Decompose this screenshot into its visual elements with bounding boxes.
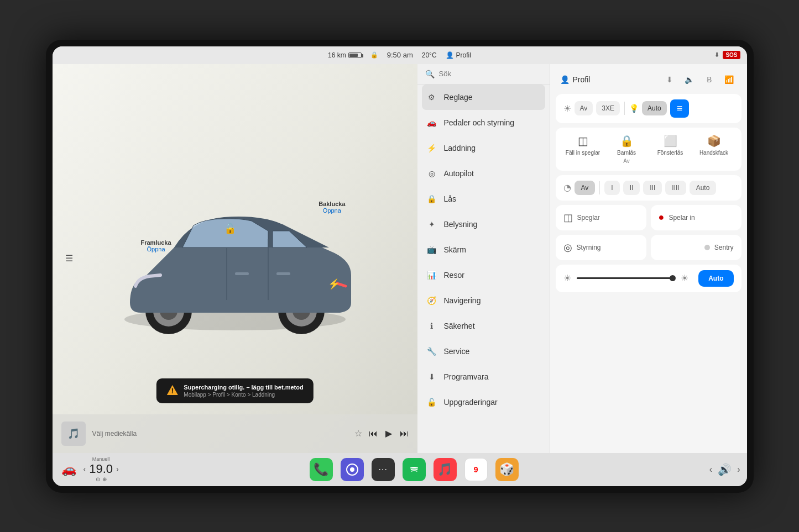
download-status-icon: ⬇ <box>662 72 677 87</box>
dots-app-icon[interactable]: ··· <box>372 458 395 481</box>
sos-button[interactable]: SOS <box>723 51 740 59</box>
uppgraderingar-icon: 🔓 <box>426 397 437 408</box>
lock-icon: 🔒 <box>370 51 378 59</box>
light-controls-row: ☀ Av 3XE 💡 Auto ≡ <box>556 94 741 123</box>
volume-icon[interactable]: 🔊 <box>718 463 732 476</box>
framlucka-action[interactable]: Öppna <box>141 246 171 252</box>
steering-icon: ◎ <box>563 241 572 254</box>
light-3xe-button[interactable]: 3XE <box>596 101 620 115</box>
menu-item-resor[interactable]: 📊 Resor <box>417 262 550 288</box>
taskbar: 🚗 Manuell ‹ 19.0 › ⊙ ⊕ 📞 <box>53 453 747 486</box>
favorite-icon[interactable]: ☆ <box>354 428 362 439</box>
menu-item-navigering[interactable]: 🧭 Navigering <box>417 288 550 313</box>
menu-item-sakerhet[interactable]: ℹ Säkerhet <box>417 313 550 339</box>
wiper-speed-4[interactable]: IIII <box>665 181 686 195</box>
svg-text:!: ! <box>171 387 173 395</box>
wiper-speed-2[interactable]: II <box>623 181 640 195</box>
wiper-auto-button[interactable]: Auto <box>690 181 717 195</box>
brightness-low-icon: ☀ <box>563 273 571 283</box>
signal-icon: 📶 <box>722 72 737 87</box>
calendar-app-icon[interactable]: 9 <box>464 458 488 481</box>
brightness-auto-button[interactable]: Auto <box>698 270 733 287</box>
temperature-control: Manuell ‹ 19.0 › ⊙ ⊕ <box>83 456 119 482</box>
child-lock-icon: 🔒 <box>620 134 634 148</box>
spotify-app-icon[interactable] <box>403 458 426 481</box>
record-label-text: Spelar in <box>669 214 694 222</box>
reglage-label: Reglage <box>444 93 473 102</box>
taskbar-right: ‹ 🔊 › <box>709 463 740 476</box>
light-off-button[interactable]: Av <box>575 101 593 115</box>
navigering-icon: 🧭 <box>426 295 437 306</box>
menu-item-reglage[interactable]: ⚙ Reglage <box>422 85 545 110</box>
fan-icon: ⊕ <box>102 476 107 482</box>
sentry-card[interactable]: Sentry <box>651 235 741 260</box>
volume-right-arrow[interactable]: › <box>737 465 740 475</box>
belysning-icon: ✦ <box>426 219 437 230</box>
menu-item-skarm[interactable]: 📺 Skärm <box>417 237 550 262</box>
wiper-off-button[interactable]: Av <box>575 181 596 195</box>
child-lock-label: Barnlås <box>617 150 636 156</box>
steering-card[interactable]: ◎ Styrning <box>556 235 646 260</box>
car-status-icon[interactable]: 🚗 <box>59 460 79 480</box>
search-input[interactable] <box>439 70 542 78</box>
menu-item-autopilot[interactable]: ◎ Autopilot <box>417 161 550 186</box>
play-button[interactable]: ▶ <box>385 428 392 439</box>
next-track-button[interactable]: ⏭ <box>400 429 409 439</box>
child-lock-button[interactable]: 🔒 Barnlås Av <box>607 134 646 164</box>
multi-app-icon[interactable]: 🎲 <box>495 458 519 481</box>
search-icon: 🔍 <box>425 70 435 78</box>
download-icon: ⬇ <box>714 51 719 59</box>
top-icons-row: ⬇ 🔈 Ƀ 📶 <box>662 72 737 87</box>
glove-box-button[interactable]: 📦 Handskfack <box>694 134 734 164</box>
menu-item-programvara[interactable]: ⬇ Programvara <box>417 364 550 389</box>
reglage-icon: ⚙ <box>426 92 437 103</box>
pedaler-label: Pedaler och styrning <box>444 118 515 127</box>
menu-item-las[interactable]: 🔒 Lås <box>417 186 550 212</box>
window-lock-button[interactable]: ⬜ Fönsterlås <box>651 134 690 164</box>
music-app-icon[interactable]: 🎵 <box>434 458 457 481</box>
navigering-label: Navigering <box>444 296 481 305</box>
steering-label: Styrning <box>577 244 601 251</box>
temp-icons: ⊙ ⊕ <box>96 476 107 482</box>
menu-item-belysning[interactable]: ✦ Belysning <box>417 212 550 237</box>
main-area: ☰ <box>53 64 747 453</box>
menu-icon[interactable]: ☰ <box>61 251 77 266</box>
glove-box-icon: 📦 <box>707 134 721 148</box>
wiper-speed-1[interactable]: I <box>604 181 619 195</box>
camera-app-icon[interactable] <box>341 458 364 481</box>
sun-icon: ☀ <box>563 103 571 114</box>
las-label: Lås <box>444 194 457 203</box>
mirrors-card[interactable]: ◫ Speglar <box>556 205 646 230</box>
menu-item-laddning[interactable]: ⚡ Laddning <box>417 135 550 161</box>
warning-toast: ! Supercharging otillg. – lägg till bet.… <box>156 378 313 403</box>
wiper-icon: ◔ <box>563 182 571 193</box>
menu-item-uppgraderingar[interactable]: 🔓 Uppgraderingar <box>417 389 550 415</box>
light-auto-button[interactable]: Auto <box>642 101 667 115</box>
programvara-label: Programvara <box>444 372 489 381</box>
light-display-button[interactable]: ≡ <box>670 99 690 118</box>
menu-item-service[interactable]: 🔧 Service <box>417 339 550 364</box>
warning-text: Supercharging otillg. – lägg till bet.me… <box>184 384 303 398</box>
baklucka-action[interactable]: Öppna <box>318 207 345 214</box>
record-card[interactable]: ● Spelar in <box>651 205 741 230</box>
mirrors-label: Speglar <box>577 214 600 222</box>
status-bar: 16 km 🔒 9:50 am 20°C 👤 Profil ⬇ SOS <box>53 46 747 64</box>
brightness-slider[interactable] <box>577 277 676 279</box>
wiper-speed-3[interactable]: III <box>643 181 662 195</box>
media-thumbnail: 🎵 <box>61 422 86 446</box>
menu-items-list: ⚙ Reglage 🚗 Pedaler och styrning ⚡ Laddn… <box>417 85 550 453</box>
skarm-icon: 📺 <box>426 244 437 255</box>
temp-mode-label: Manuell <box>92 456 110 462</box>
temp-increase-button[interactable]: › <box>116 465 119 473</box>
time-label: 9:50 am <box>387 51 413 59</box>
menu-item-pedaler[interactable]: 🚗 Pedaler och styrning <box>417 110 550 135</box>
mirrors-fold-button[interactable]: ◫ Fäll in speglar <box>563 134 603 164</box>
volume-left-arrow[interactable]: ‹ <box>709 465 712 475</box>
svg-point-15 <box>407 462 421 477</box>
phone-app-icon[interactable]: 📞 <box>310 458 333 481</box>
temp-decrease-button[interactable]: ‹ <box>83 465 86 473</box>
prev-track-button[interactable]: ⏮ <box>369 429 378 439</box>
screen-bezel: 16 km 🔒 9:50 am 20°C 👤 Profil ⬇ SOS ☰ <box>46 40 754 493</box>
profile-button[interactable]: 👤 Profil <box>446 51 471 59</box>
media-source-label[interactable]: Välj mediekälla <box>92 430 348 438</box>
